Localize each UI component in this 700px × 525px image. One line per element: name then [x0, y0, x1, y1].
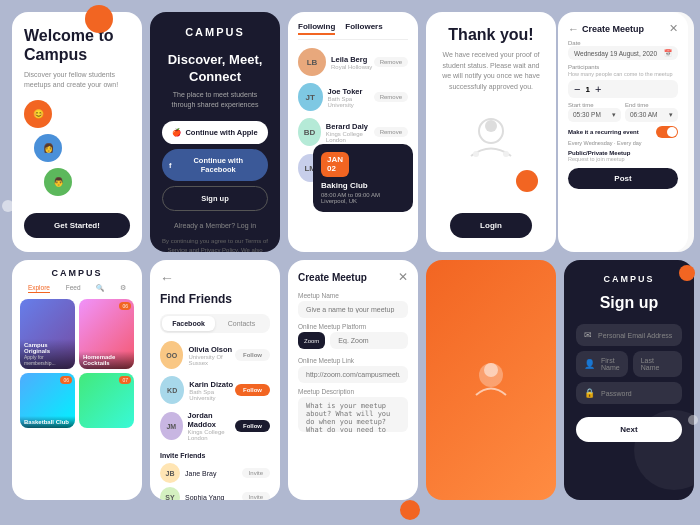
cm-overlay-close-icon[interactable]: ✕ — [669, 22, 678, 35]
remove-button-2[interactable]: Remove — [374, 92, 408, 102]
login-link[interactable]: Already a Member? Log in — [174, 222, 256, 229]
feed-title-1: Campus Originals — [24, 342, 71, 354]
invite-avatar-1: JB — [160, 463, 180, 483]
invite-button-2[interactable]: Invite — [242, 492, 270, 500]
meetup-name-label: Meetup Name — [298, 292, 408, 299]
invite-name-2: Sophia Yang — [185, 494, 224, 501]
remove-button-3[interactable]: Remove — [374, 127, 408, 137]
apple-icon: 🍎 — [172, 128, 181, 137]
start-time-value: 05:30 PM — [573, 111, 601, 119]
calendar-icon: 📅 — [664, 49, 672, 57]
follow-name-2: Joe Toker — [328, 87, 374, 96]
signup-card: CAMPUS Sign up ✉ Personal Email Address … — [564, 260, 694, 500]
description-label: Meetup Description — [298, 388, 408, 395]
follow-info-2: JT Joe Toker Bath Spa University — [298, 83, 374, 111]
feed-item-3[interactable]: 06 Basketball Club — [20, 373, 75, 428]
follow-button-1[interactable]: Follow — [235, 349, 270, 361]
follow-location-3: Kings College London — [326, 131, 374, 143]
feed-overlay-3: Basketball Club — [20, 416, 75, 428]
friend-info-3: JM Jordan Maddox Kings College London — [160, 411, 235, 441]
event-card: JAN02 Baking Club 08:00 AM to 09:00 AM L… — [313, 144, 413, 212]
feed-filter-icon[interactable]: ⚙ — [120, 284, 126, 293]
friend-details-3: Jordan Maddox Kings College London — [188, 411, 235, 441]
feed-item-2[interactable]: 06 Homemade Cocktails — [79, 299, 134, 369]
cm-date-field[interactable]: Wednesday 19 August, 2020 📅 — [568, 46, 678, 60]
discover-tagline: Discover, Meet, Connect — [162, 52, 268, 86]
start-time-col: Start time 05:30 PM ▾ — [568, 102, 621, 122]
feed-nav: Explore Feed 🔍 ⚙ — [20, 284, 134, 293]
recurring-toggle[interactable] — [656, 126, 678, 138]
thankyou-illustration — [461, 106, 521, 166]
facebook-button[interactable]: f Continue with Facebook — [162, 149, 268, 181]
ff-tab-contacts[interactable]: Contacts — [215, 316, 268, 331]
end-time-field[interactable]: 06:30 AM ▾ — [625, 108, 678, 122]
cm-form-title: Create Meetup — [298, 272, 367, 283]
link-label: Online Meetup Link — [298, 357, 408, 364]
followers-tab[interactable]: Followers — [345, 22, 382, 35]
back-button[interactable]: ← — [160, 270, 270, 286]
feed-overlay-1: Campus Originals Apply for membership... — [20, 339, 75, 369]
email-field[interactable]: ✉ Personal Email Address — [576, 324, 682, 346]
find-friends-card: ← Find Friends Facebook Contacts OO Oliv… — [150, 260, 280, 500]
feed-nav-explore[interactable]: Explore — [28, 284, 50, 293]
follow-name-1: Leila Berg — [331, 55, 372, 64]
password-field[interactable]: 🔒 Password — [576, 382, 682, 404]
friend-avatar-1: OO — [160, 341, 183, 369]
start-time-field[interactable]: 05:30 PM ▾ — [568, 108, 621, 122]
follow-tabs: Following Followers — [298, 22, 408, 40]
discover-card: CAMPUS Discover, Meet, Connect The place… — [150, 12, 280, 252]
meetup-name-input[interactable] — [298, 301, 408, 318]
follow-item-2: JT Joe Toker Bath Spa University Remove — [298, 83, 408, 111]
friend-item-1: OO Olivia Olson University Of Sussex Fol… — [160, 341, 270, 369]
decrement-button[interactable]: − — [574, 83, 580, 95]
feed-sub-1: Apply for membership... — [24, 354, 71, 366]
following-tab[interactable]: Following — [298, 22, 335, 35]
cm-form-close-icon[interactable]: ✕ — [398, 270, 408, 284]
feed-title-2: Homemade Cocktails — [83, 354, 130, 366]
meetup-link-input[interactable] — [298, 366, 408, 383]
feed-item-4[interactable]: 07 — [79, 373, 134, 428]
follow-button-2[interactable]: Follow — [235, 384, 270, 396]
deco-circle-4 — [2, 200, 14, 212]
participant-count: 1 — [585, 85, 589, 94]
feed-overlay-2: Homemade Cocktails — [79, 351, 134, 369]
firstname-field[interactable]: 👤 First Name — [576, 351, 628, 377]
increment-button[interactable]: + — [595, 83, 601, 95]
deco-circle-5 — [688, 415, 698, 425]
follow-button-3[interactable]: Follow — [235, 420, 270, 432]
feed-title-3: Basketball Club — [24, 419, 71, 425]
clock-icon-end: ▾ — [669, 111, 673, 119]
create-meetup-overlay-card: ← Create Meetup ✕ Date Wednesday 19 Augu… — [558, 12, 688, 252]
signup-button[interactable]: Sign up — [162, 186, 268, 211]
post-button[interactable]: Post — [568, 168, 678, 189]
ff-tab-facebook[interactable]: Facebook — [162, 316, 215, 331]
signup-title: Sign up — [576, 294, 682, 312]
feed-search-icon[interactable]: 🔍 — [96, 284, 104, 293]
platform-input[interactable] — [330, 332, 408, 349]
follow-item-1: LB Leila Berg Royal Holloway Remove — [298, 48, 408, 76]
follow-info-3: BD Berard Daly Kings College London — [298, 118, 374, 146]
follow-location-1: Royal Holloway — [331, 64, 372, 70]
invite-button-1[interactable]: Invite — [242, 468, 270, 478]
feed-nav-feed[interactable]: Feed — [66, 284, 81, 293]
deco-circle-2 — [679, 265, 695, 281]
deco-circle-1 — [85, 5, 113, 33]
lastname-field[interactable]: Last Name — [633, 351, 682, 377]
avatar-group: 😊 👩 👨 — [24, 100, 130, 196]
get-started-button[interactable]: Get Started! — [24, 213, 130, 238]
friend-name-3: Jordan Maddox — [188, 411, 235, 429]
invite-avatar-2: SY — [160, 487, 180, 500]
feed-item-1[interactable]: Campus Originals Apply for membership... — [20, 299, 75, 369]
apple-button[interactable]: 🍎 Continue with Apple — [162, 121, 268, 144]
remove-button-1[interactable]: Remove — [374, 57, 408, 67]
platform-zoom[interactable]: Zoom — [298, 332, 325, 349]
visibility-sub: Request to join meetup — [568, 156, 630, 162]
find-friends-title: Find Friends — [160, 292, 270, 306]
login-button[interactable]: Login — [450, 213, 532, 238]
invite-item-1: JB Jane Bray Invite — [160, 463, 270, 483]
invite-title: Invite Friends — [160, 452, 270, 459]
meetup-description-input[interactable] — [298, 397, 408, 432]
visibility-row: Public/Private Meetup Request to join me… — [568, 150, 678, 162]
friend-univ-2: Bath Spa University — [189, 389, 235, 401]
cm-overlay-back-icon[interactable]: ← — [568, 23, 579, 35]
